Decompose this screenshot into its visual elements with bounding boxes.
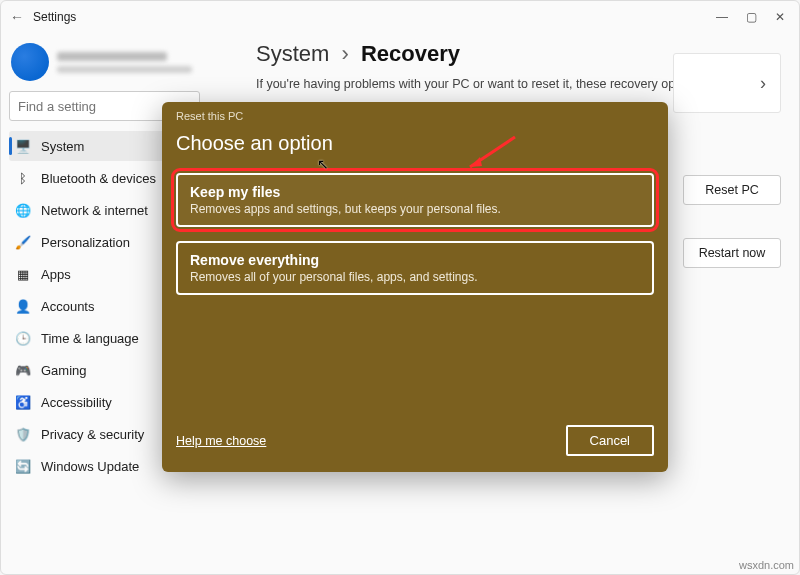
minimize-icon[interactable]: —: [716, 10, 728, 24]
breadcrumb-root[interactable]: System: [256, 41, 329, 66]
back-icon[interactable]: ←: [7, 9, 27, 25]
dialog-title: Choose an option: [176, 132, 654, 155]
nav-label: Privacy & security: [41, 427, 144, 442]
nav-label: Gaming: [41, 363, 87, 378]
nav-icon: 🛡️: [15, 426, 31, 442]
window-controls: — ▢ ✕: [716, 10, 793, 24]
nav-icon: ▦: [15, 266, 31, 282]
svg-marker-1: [470, 157, 482, 167]
nav-icon: 🎮: [15, 362, 31, 378]
nav-icon: ♿: [15, 394, 31, 410]
nav-label: Windows Update: [41, 459, 139, 474]
option-keep-files[interactable]: Keep my filesRemoves apps and settings, …: [176, 173, 654, 227]
option-desc: Removes apps and settings, but keeps you…: [190, 202, 640, 216]
nav-icon: 👤: [15, 298, 31, 314]
nav-label: Network & internet: [41, 203, 148, 218]
nav-label: Apps: [41, 267, 71, 282]
help-me-choose-link[interactable]: Help me choose: [176, 434, 266, 448]
option-remove-everything[interactable]: Remove everythingRemoves all of your per…: [176, 241, 654, 295]
option-title: Remove everything: [190, 252, 640, 268]
dialog-header: Reset this PC: [176, 110, 654, 122]
user-info-blurred: [57, 52, 198, 73]
nav-label: Personalization: [41, 235, 130, 250]
nav-label: Accounts: [41, 299, 94, 314]
recovery-card[interactable]: ›: [673, 53, 781, 113]
reset-dialog: Reset this PC Choose an option ↖ Keep my…: [162, 102, 668, 472]
avatar: [11, 43, 49, 81]
option-title: Keep my files: [190, 184, 640, 200]
watermark: wsxdn.com: [739, 559, 794, 571]
nav-label: System: [41, 139, 84, 154]
chevron-right-icon: ›: [760, 73, 766, 94]
nav-icon: 🖥️: [15, 138, 31, 154]
maximize-icon[interactable]: ▢: [746, 10, 757, 24]
window-title: Settings: [33, 10, 76, 24]
dialog-footer: Help me choose Cancel: [176, 425, 654, 456]
nav-icon: ᛒ: [15, 170, 31, 186]
user-panel[interactable]: [9, 37, 200, 91]
chevron-right-icon: ›: [341, 41, 348, 66]
cursor-icon: ↖: [317, 156, 329, 172]
nav-label: Accessibility: [41, 395, 112, 410]
restart-now-button[interactable]: Restart now: [683, 238, 781, 268]
nav-icon: 🖌️: [15, 234, 31, 250]
nav-icon: 🕒: [15, 330, 31, 346]
close-icon[interactable]: ✕: [775, 10, 785, 24]
nav-icon: 🔄: [15, 458, 31, 474]
reset-pc-button[interactable]: Reset PC: [683, 175, 781, 205]
breadcrumb-current: Recovery: [361, 41, 460, 66]
nav-label: Time & language: [41, 331, 139, 346]
titlebar: ← Settings — ▢ ✕: [1, 1, 799, 33]
cancel-button[interactable]: Cancel: [566, 425, 654, 456]
nav-label: Bluetooth & devices: [41, 171, 156, 186]
nav-icon: 🌐: [15, 202, 31, 218]
option-desc: Removes all of your personal files, apps…: [190, 270, 640, 284]
